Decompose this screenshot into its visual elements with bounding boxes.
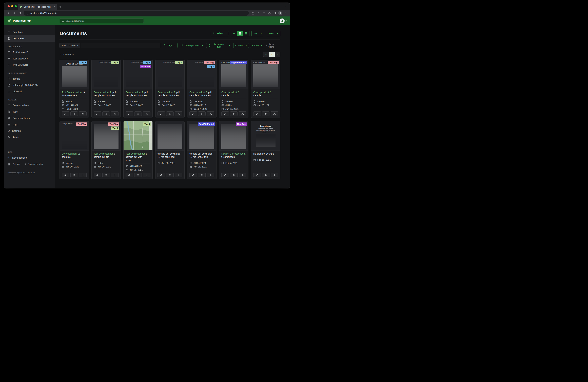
- meta-date[interactable]: Feb 3, 2020: [62, 108, 86, 110]
- sidebar-item-correspondents[interactable]: Correspondents: [4, 102, 55, 108]
- tag-badge-tag-2[interactable]: Tag 2: [207, 65, 215, 68]
- next-page-button[interactable]: »: [275, 52, 280, 57]
- meta-date[interactable]: Jan 20, 2021: [253, 104, 278, 106]
- tag-badge-tag-3[interactable]: Tag 3: [111, 61, 119, 64]
- tab-close-button[interactable]: [53, 6, 55, 8]
- tag-badge-newone[interactable]: NewOne: [236, 122, 247, 126]
- share-button[interactable]: [251, 11, 255, 16]
- suggest-an-idea-link[interactable]: Suggest an idea: [24, 163, 43, 165]
- correspondent-link[interactable]: Test Correspondent: [94, 152, 114, 155]
- meta-type[interactable]: Tax Filing: [158, 100, 182, 103]
- edit-button[interactable]: [62, 173, 69, 177]
- edit-button[interactable]: [94, 173, 101, 177]
- meta-date[interactable]: Dec 27, 2020: [189, 108, 214, 110]
- title-content-input[interactable]: [80, 43, 160, 48]
- document-title-text[interactable]: file-sample_150kBs: [253, 152, 274, 155]
- edit-button[interactable]: [189, 173, 197, 177]
- edit-button[interactable]: [126, 173, 133, 177]
- grid-view-button[interactable]: [237, 31, 243, 36]
- correspondent-link[interactable]: Correspondent 2: [189, 91, 207, 94]
- url-text[interactable]: localhost:4200/documents: [30, 12, 57, 15]
- tag-badge-tag-2[interactable]: Tag 2: [79, 61, 87, 64]
- edit-button[interactable]: [158, 111, 165, 116]
- global-search[interactable]: [60, 18, 144, 23]
- tag-badge-tagwithpartial[interactable]: TagWithPartial: [230, 61, 247, 64]
- meta-date[interactable]: Dec 27, 2020: [158, 104, 182, 106]
- filter-tags-button[interactable]: Tags: [162, 43, 177, 48]
- sidebar-item-document-types[interactable]: Document types: [4, 115, 55, 121]
- tag-badge-test-tag[interactable]: Test Tag: [204, 61, 215, 64]
- views-button[interactable]: Views: [266, 31, 280, 36]
- meta-date[interactable]: Feb 15, 2021: [253, 159, 278, 161]
- meta-date[interactable]: Jan 26, 2021: [189, 165, 214, 168]
- browser-profile-avatar[interactable]: [278, 11, 282, 15]
- sidebar-item-sample[interactable]: sample: [4, 76, 55, 82]
- meta-type[interactable]: Tax Filing: [94, 100, 119, 103]
- download-button[interactable]: [175, 173, 182, 177]
- edit-button[interactable]: [94, 111, 101, 116]
- document-thumbnail[interactable]: [219, 121, 248, 151]
- tag-badge-test-tag[interactable]: Test Tag: [108, 122, 119, 126]
- download-button[interactable]: [79, 111, 86, 116]
- download-button[interactable]: [111, 111, 119, 116]
- document-title-text[interactable]: sample-pdf-download-10-mb-longer-title: [189, 152, 213, 158]
- sidebar-item-logs[interactable]: Logs: [4, 121, 55, 128]
- sidebar-item-settings[interactable]: ⚙Settings: [4, 128, 55, 134]
- sidebar-item-tags[interactable]: Tags: [4, 108, 55, 115]
- browser-tab[interactable]: Documents - Paperless-ngx: [18, 4, 57, 10]
- tag-badge-tag-3[interactable]: Tag 3: [175, 61, 183, 64]
- user-avatar[interactable]: [280, 19, 285, 23]
- new-tab-button[interactable]: [59, 5, 62, 8]
- reset-filters-button[interactable]: Reset filters: [265, 43, 280, 48]
- tag-badge-newone[interactable]: NewOne: [140, 65, 151, 68]
- document-thumbnail[interactable]: Lorem ipsumLorem ipsum dolor sit amet, c…: [251, 121, 280, 151]
- meta-asn[interactable]: #112412321: [62, 104, 86, 106]
- download-button[interactable]: [207, 173, 214, 177]
- correspondent-link[interactable]: Correspondent 2: [126, 91, 143, 94]
- back-button[interactable]: [6, 11, 11, 16]
- extensions-puzzle-button[interactable]: [267, 11, 272, 16]
- app-brand[interactable]: Paperless-ngx: [7, 19, 60, 23]
- document-thumbnail[interactable]: Lorem Ipsum: [60, 60, 89, 89]
- sort-button[interactable]: Sort: [252, 31, 264, 36]
- preview-button[interactable]: [262, 173, 270, 177]
- download-button[interactable]: [111, 173, 119, 177]
- close-window-button[interactable]: [8, 5, 10, 7]
- preview-button[interactable]: [70, 173, 78, 177]
- filter-correspondent-button[interactable]: Correspondent: [179, 43, 205, 48]
- address-bar[interactable]: i localhost:4200/documents: [24, 11, 249, 16]
- meta-type[interactable]: Report: [62, 100, 86, 103]
- tag-badge-tag-2[interactable]: Tag 2: [143, 61, 151, 64]
- filter-added-button[interactable]: Added: [250, 43, 264, 48]
- document-title-text[interactable]: sample-pdf-download-10-mb copy_red: [158, 152, 181, 158]
- meta-asn[interactable]: #112412324: [189, 162, 214, 164]
- preview-button[interactable]: [102, 173, 110, 177]
- sidebar-item-close-all[interactable]: Close all: [4, 88, 55, 95]
- extension-badge-icon[interactable]: [262, 11, 266, 16]
- edit-button[interactable]: [253, 173, 261, 177]
- correspondent-link[interactable]: Correspondent 2: [221, 91, 239, 94]
- sidebar-item-pdf-sample-10-24-48-pm[interactable]: pdf-sample 10.24.48 PM: [4, 82, 55, 88]
- correspondent-link[interactable]: Correspondent 2: [253, 91, 271, 94]
- meta-asn[interactable]: #112412322: [126, 165, 150, 167]
- download-button[interactable]: [175, 111, 182, 116]
- sidebar-item-test-view-not[interactable]: Test View NOT: [4, 62, 55, 68]
- meta-type[interactable]: Invoice: [221, 100, 246, 103]
- document-thumbnail[interactable]: A Simple PDF File: [219, 60, 248, 89]
- download-button[interactable]: [207, 111, 214, 116]
- tag-badge-test-tag[interactable]: Test Tag: [268, 61, 279, 64]
- preview-button[interactable]: [166, 173, 174, 177]
- preview-button[interactable]: [166, 111, 174, 116]
- correspondent-link[interactable]: Test Correspondent: [126, 152, 146, 155]
- document-thumbnail[interactable]: [124, 121, 152, 151]
- sidebar-item-test-view-and[interactable]: Test View AND: [4, 49, 55, 55]
- tag-badge-tag-3[interactable]: Tag 3: [143, 122, 151, 126]
- tag-badge-tag-3[interactable]: Tag 3: [111, 126, 119, 130]
- preview-button[interactable]: [230, 173, 238, 177]
- preview-button[interactable]: [134, 111, 142, 116]
- download-button[interactable]: [239, 111, 246, 116]
- search-field-selector[interactable]: Title & content: [60, 43, 80, 48]
- tab-search-chevron-icon[interactable]: ⌄: [285, 4, 287, 7]
- document-thumbnail[interactable]: Adobe Acrobat PDF Files: [92, 60, 121, 89]
- meta-date[interactable]: Dec 27, 2020: [126, 104, 150, 106]
